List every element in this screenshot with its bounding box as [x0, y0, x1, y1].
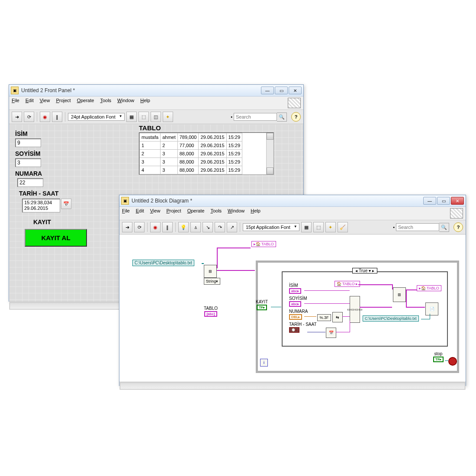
menu-edit[interactable]: Edit	[26, 98, 34, 108]
filepath-constant-inner[interactable]: C:\Users\PC\Desktop\tablo.txt	[363, 315, 419, 322]
numara-terminal[interactable]: NUMARA DBL▸	[289, 309, 308, 320]
menu-view[interactable]: View	[150, 208, 161, 219]
step-out-button[interactable]: ↗	[227, 222, 237, 232]
kayit-terminal[interactable]: KAYIT TF▸	[256, 299, 268, 310]
tablo-indicator[interactable]: TABLO [abc]	[204, 306, 218, 317]
table-cell[interactable]: 88,000	[177, 166, 199, 174]
table-cell[interactable]: 15:29	[226, 158, 242, 166]
stop-terminal[interactable]: stop TF▸	[433, 351, 444, 362]
menu-tools[interactable]: Tools	[100, 98, 111, 108]
menu-operate[interactable]: Operate	[77, 98, 94, 108]
tablo-table[interactable]: mustafaahmet789,00029.06.201515:291277,0…	[139, 132, 274, 175]
table-cell[interactable]: 29.06.2015	[199, 166, 226, 174]
build-array-node[interactable]: ▭▭▭▭	[350, 296, 360, 323]
font-selector[interactable]: 15pt Application Font	[243, 223, 299, 231]
kayit-al-button[interactable]: KAYIT AL	[25, 229, 87, 247]
table-cell[interactable]: 29.06.2015	[199, 150, 226, 158]
write-spreadsheet-node[interactable]: 📄	[425, 302, 438, 315]
step-into-button[interactable]: ↘	[203, 222, 213, 232]
stop-condition[interactable]	[448, 357, 457, 366]
menu-project[interactable]: Project	[56, 98, 71, 108]
retain-button[interactable]: ⍋	[190, 222, 201, 232]
table-cell[interactable]: mustafa	[140, 133, 161, 142]
table-row[interactable]: 4388,00029.06.201515:29	[140, 166, 242, 174]
step-over-button[interactable]: ↷	[215, 222, 225, 232]
vi-icon[interactable]	[288, 98, 301, 108]
run-continuous-button[interactable]: ⟳	[24, 112, 34, 122]
table-row[interactable]: 2388,00029.06.201515:29	[140, 150, 242, 158]
table-cell[interactable]: 88,000	[177, 150, 199, 158]
calendar-icon[interactable]: 📅	[61, 199, 71, 209]
help-icon[interactable]: ?	[453, 222, 463, 232]
pause-button[interactable]: ‖	[52, 112, 62, 122]
menu-window[interactable]: Window	[228, 208, 244, 219]
menu-project[interactable]: Project	[166, 208, 181, 219]
table-cell[interactable]: 1	[140, 142, 161, 150]
table-cell[interactable]: 3	[161, 150, 178, 158]
string-selector[interactable]: String▾	[204, 278, 220, 285]
distribute-button[interactable]: ⬚	[138, 112, 149, 122]
search-icon[interactable]: 🔍	[277, 113, 287, 122]
table-cell[interactable]: 2	[161, 142, 178, 150]
table-cell[interactable]: 4	[140, 166, 161, 174]
tablo-local-write[interactable]: ▸🏠TABLO	[417, 285, 441, 291]
table-cell[interactable]: 77,000	[177, 142, 199, 150]
search-input[interactable]	[396, 223, 439, 231]
cleanup-button[interactable]: 🧹	[338, 222, 348, 232]
table-cell[interactable]: 15:29	[226, 166, 242, 174]
table-cell[interactable]: 15:29	[226, 150, 242, 158]
run-continuous-button[interactable]: ⟳	[134, 222, 145, 232]
menu-file[interactable]: File	[12, 98, 19, 108]
number-to-string-node[interactable]: ⇆	[332, 312, 343, 322]
search-icon[interactable]: 🔍	[439, 223, 449, 232]
table-cell[interactable]: 15:29	[226, 142, 242, 150]
abort-button[interactable]: ◉	[40, 112, 50, 122]
front-panel-titlebar[interactable]: ▣ Untitled 2 Front Panel * — ▭ ✕	[9, 85, 303, 96]
table-row[interactable]: 3388,00029.06.201515:29	[140, 158, 242, 166]
read-spreadsheet-node[interactable]: ⊞	[204, 265, 217, 278]
table-cell[interactable]: 29.06.2015	[199, 158, 226, 166]
help-icon[interactable]: ?	[291, 112, 301, 122]
close-button[interactable]: ✕	[451, 197, 464, 205]
highlight-button[interactable]: 💡	[178, 222, 189, 232]
block-diagram-titlebar[interactable]: ▣ Untitled 2 Block Diagram * — ▭ ✕	[119, 195, 466, 207]
soyisim-terminal[interactable]: SOYİSİM abc▸	[289, 296, 307, 307]
block-diagram-canvas[interactable]: C:\Users\PC\Desktop\tablo.txt ▸🏠TABLO ⊞ …	[119, 235, 466, 382]
run-button[interactable]: ➜	[122, 222, 132, 232]
distribute-button[interactable]: ⬚	[313, 222, 324, 232]
table-cell[interactable]: ahmet	[161, 133, 178, 142]
table-cell[interactable]: 2	[140, 150, 161, 158]
table-cell[interactable]: 3	[140, 158, 161, 166]
search-input[interactable]	[234, 113, 277, 121]
table-scrollbar[interactable]	[266, 133, 273, 174]
maximize-button[interactable]: ▭	[275, 87, 288, 94]
pause-button[interactable]: ‖	[162, 222, 173, 232]
soyisim-input[interactable]: 3	[15, 158, 41, 167]
table-cell[interactable]: 15:29	[226, 133, 242, 142]
menu-operate[interactable]: Operate	[187, 208, 205, 219]
align-button[interactable]: ▦	[126, 112, 137, 122]
isim-input[interactable]: 9	[15, 138, 41, 147]
minimize-button[interactable]: —	[261, 87, 274, 94]
iteration-terminal[interactable]: i	[260, 359, 268, 367]
menu-help[interactable]: Help	[140, 98, 150, 108]
isim-terminal[interactable]: İSİM abc▸	[289, 283, 301, 294]
table-cell[interactable]: 3	[161, 158, 178, 166]
case-structure[interactable]: ◂ True ▾ ▸ İSİM abc▸ SOYİSİM abc▸ NUMARA…	[282, 271, 448, 347]
reorder-button[interactable]: ✦	[325, 222, 336, 232]
menu-help[interactable]: Help	[251, 208, 261, 219]
vi-icon[interactable]	[450, 208, 463, 219]
tablo-local-read[interactable]: 🏠TABLO▸	[334, 281, 360, 287]
table-cell[interactable]: 88,000	[177, 158, 199, 166]
hscroll[interactable]	[120, 383, 465, 389]
menu-file[interactable]: File	[122, 208, 130, 219]
menu-tools[interactable]: Tools	[210, 208, 222, 219]
format-constant[interactable]: %.3F	[317, 314, 331, 321]
case-selector[interactable]: ◂ True ▾ ▸	[352, 268, 377, 273]
table-row[interactable]: mustafaahmet789,00029.06.201515:29	[140, 133, 242, 142]
tarih-terminal[interactable]: TARİH - SAAT ⌚▸	[289, 322, 317, 333]
resize-button[interactable]: ◫	[151, 112, 161, 122]
menu-view[interactable]: View	[40, 98, 50, 108]
run-button[interactable]: ➜	[12, 112, 22, 122]
maximize-button[interactable]: ▭	[437, 197, 450, 205]
